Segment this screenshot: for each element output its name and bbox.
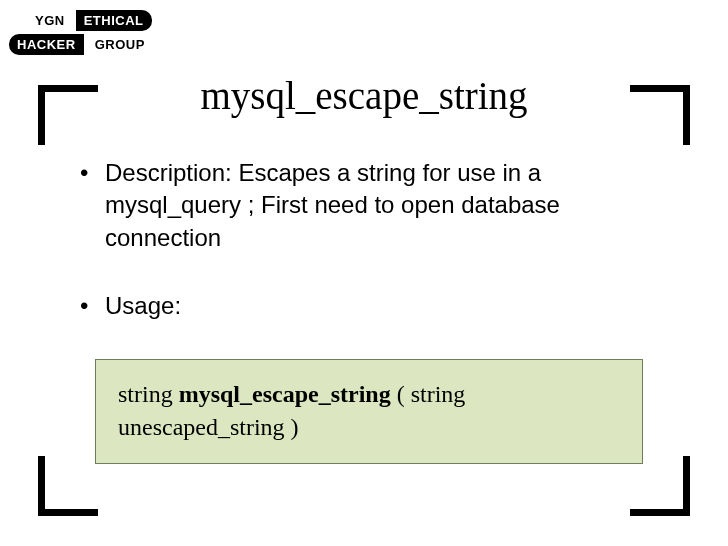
logo-row-top: YGN ETHICAL [27, 10, 153, 31]
logo-text-group: GROUP [87, 34, 153, 55]
logo-row-bottom: HACKER GROUP [9, 34, 153, 55]
slide-title: mysql_escape_string [0, 73, 728, 118]
brand-logo: YGN ETHICAL HACKER GROUP [27, 10, 153, 55]
list-item: Description: Escapes a string for use in… [80, 157, 648, 254]
slide-content: Description: Escapes a string for use in… [80, 157, 648, 464]
logo-text-ethical: ETHICAL [76, 10, 152, 31]
code-signature-box: string mysql_escape_string ( string unes… [95, 359, 643, 464]
list-item: Usage: [80, 290, 648, 322]
logo-text-hacker: HACKER [9, 34, 84, 55]
logo-text-ygn: YGN [27, 10, 73, 31]
bullet-list: Description: Escapes a string for use in… [80, 157, 648, 323]
corner-bracket-bottom-left [38, 456, 98, 516]
code-function-name: mysql_escape_string [179, 381, 391, 407]
code-return-type: string [118, 381, 179, 407]
corner-bracket-bottom-right [630, 456, 690, 516]
